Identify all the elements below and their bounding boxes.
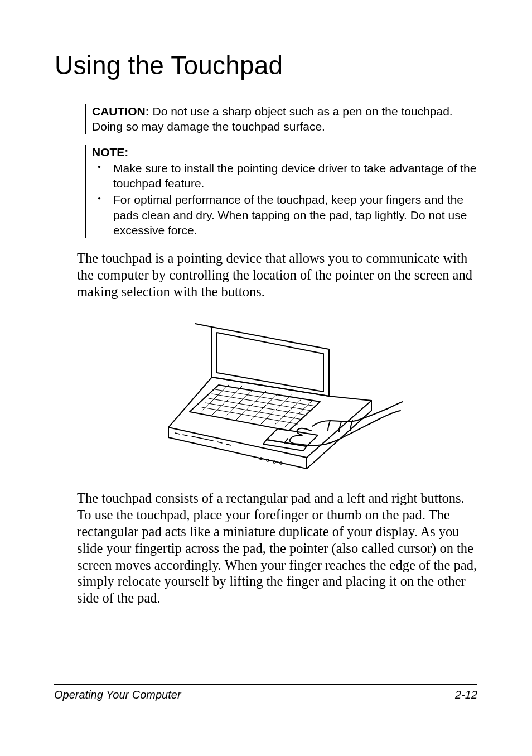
- laptop-touchpad-figure: [77, 317, 477, 473]
- note-block: NOTE: Make sure to install the pointing …: [85, 145, 477, 238]
- page-footer: Operating Your Computer 2-12: [54, 688, 477, 701]
- page-content: Using the Touchpad CAUTION: Do not use a…: [55, 50, 477, 606]
- caution-label: CAUTION:: [92, 105, 149, 118]
- page-heading: Using the Touchpad: [55, 50, 477, 80]
- note-list: Make sure to install the pointing device…: [92, 161, 477, 238]
- paragraph-2: The touchpad consists of a rectangular p…: [77, 490, 477, 606]
- paragraph-1: The touchpad is a pointing device that a…: [77, 250, 477, 300]
- svg-point-2: [273, 461, 275, 463]
- note-item: For optimal performance of the touchpad,…: [92, 192, 477, 238]
- footer-page-number: 2-12: [455, 688, 477, 701]
- footer-rule: [54, 684, 477, 685]
- laptop-illustration-icon: [146, 317, 408, 473]
- caution-block: CAUTION: Do not use a sharp object such …: [85, 104, 477, 134]
- note-item: Make sure to install the pointing device…: [92, 161, 477, 191]
- note-label: NOTE:: [92, 145, 477, 160]
- footer-section-title: Operating Your Computer: [54, 688, 181, 701]
